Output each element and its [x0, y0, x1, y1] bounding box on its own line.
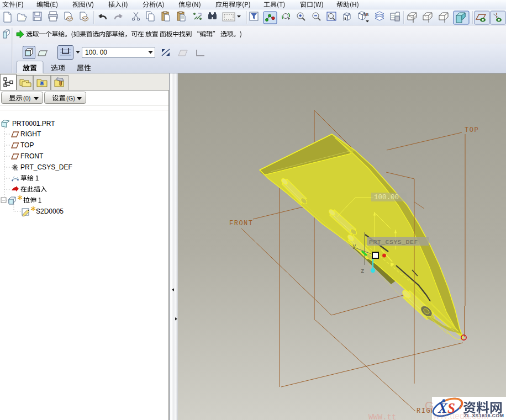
svg-text:PRT_CSYS_DEF: PRT_CSYS_DEF: [20, 163, 72, 171]
svg-text:FRONT: FRONT: [229, 220, 254, 227]
svg-text:G: G: [425, 399, 434, 412]
svg-text:FRONT: FRONT: [20, 152, 44, 160]
svg-text:(0): (0): [23, 95, 30, 102]
svg-text:PRT0001.PRT: PRT0001.PRT: [12, 120, 55, 127]
svg-text:PRT_CSYS_DEF: PRT_CSYS_DEF: [369, 238, 418, 246]
svg-text:S2D0005: S2D0005: [36, 208, 64, 215]
svg-text:TOP: TOP: [465, 126, 479, 134]
svg-text:WWW.tt: WWW.tt: [368, 413, 396, 420]
svg-text:x: x: [16, 168, 18, 171]
svg-text:100.00: 100.00: [374, 194, 399, 201]
svg-text:RIGHT: RIGHT: [20, 130, 41, 138]
svg-text:TOP: TOP: [20, 141, 34, 149]
svg-text:AB: AB: [363, 13, 369, 17]
svg-text:z: z: [361, 268, 365, 274]
svg-text:y: y: [352, 243, 356, 249]
svg-text:wW.tteda.com: wW.tteda.com: [433, 411, 488, 420]
svg-text:100. 00: 100. 00: [85, 49, 107, 56]
svg-text:(G): (G): [66, 95, 75, 102]
